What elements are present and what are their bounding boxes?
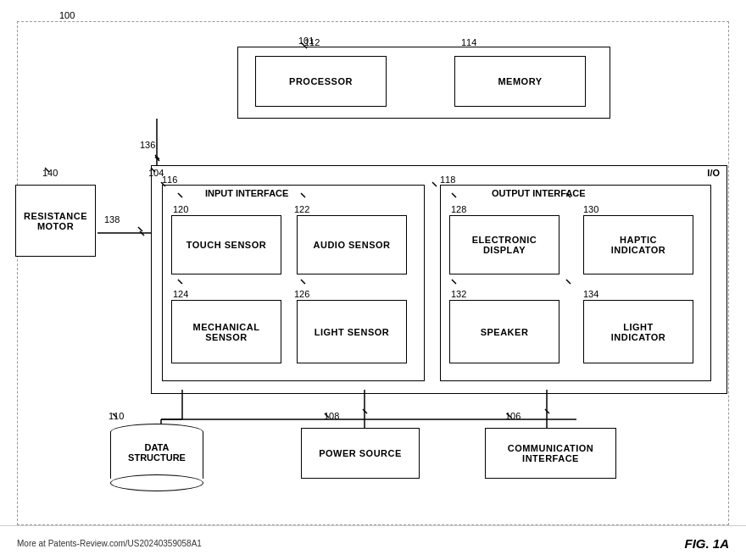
memory-label: MEMORY xyxy=(498,76,542,86)
input-interface-container: INPUT INTERFACE 120 TOUCH SENSOR 122 AUD… xyxy=(162,185,425,381)
touch-sensor-label: TOUCH SENSOR xyxy=(186,240,266,250)
io-label: I/O xyxy=(707,168,720,178)
ref-118: 118 xyxy=(440,175,455,185)
box-resistance-motor: RESISTANCE MOTOR xyxy=(15,185,96,257)
box-light-indicator: LIGHT INDICATOR xyxy=(583,300,693,363)
box-processor: PROCESSOR xyxy=(255,56,387,107)
output-interface-container: OUTPUT INTERFACE 128 ELECTRONIC DISPLAY … xyxy=(440,185,711,381)
box-101: 112 PROCESSOR 114 MEMORY xyxy=(237,47,610,119)
ref-120: 120 xyxy=(173,204,188,214)
light-sensor-label: LIGHT SENSOR xyxy=(315,327,390,337)
speaker-label: SPEAKER xyxy=(481,327,529,337)
audio-sensor-label: AUDIO SENSOR xyxy=(314,240,391,250)
ref-138: 138 xyxy=(104,214,120,225)
ref-110: 110 xyxy=(109,411,124,421)
power-source-label: POWER SOURCE xyxy=(319,448,402,458)
io-container: I/O 116 INPUT INTERFACE 120 TOUCH SENSOR… xyxy=(151,165,727,394)
ref-128: 128 xyxy=(451,204,466,214)
bottom-bar: More at Patents-Review.com/US20240359058… xyxy=(0,525,746,560)
processor-label: PROCESSOR xyxy=(289,76,353,86)
box-communication-interface: COMMUNICATION INTERFACE xyxy=(485,428,616,479)
ref-140: 140 xyxy=(42,168,58,178)
box-mechanical-sensor: MECHANICAL SENSOR xyxy=(171,300,281,363)
ref-124: 124 xyxy=(173,289,188,299)
output-interface-label: OUTPUT INTERFACE xyxy=(492,188,586,198)
resistance-motor-label: RESISTANCE MOTOR xyxy=(24,211,87,231)
ref-112: 112 xyxy=(304,37,320,47)
light-indicator-label: LIGHT INDICATOR xyxy=(611,322,666,342)
mechanical-sensor-label: MECHANICAL SENSOR xyxy=(193,322,260,342)
box-light-sensor: LIGHT SENSOR xyxy=(297,300,407,363)
ref-122: 122 xyxy=(294,204,309,214)
ref-108: 108 xyxy=(324,411,339,421)
ref-106: 106 xyxy=(505,411,521,421)
fig-label: FIG. 1A xyxy=(684,536,729,551)
input-interface-label: INPUT INTERFACE xyxy=(205,188,288,198)
diagram-container: 100 101 112 PROCESSOR 114 MEMORY 104 I/O… xyxy=(0,0,746,525)
box-touch-sensor: TOUCH SENSOR xyxy=(171,215,281,274)
patent-url: More at Patents-Review.com/US20240359058… xyxy=(17,539,202,548)
ref-130: 130 xyxy=(583,204,598,214)
electronic-display-label: ELECTRONIC DISPLAY xyxy=(472,235,537,255)
ref-114: 114 xyxy=(461,37,476,47)
communication-interface-label: COMMUNICATION INTERFACE xyxy=(508,443,594,463)
box-data-structure: DATA STRUCTURE xyxy=(110,424,203,491)
ref-132: 132 xyxy=(451,289,466,299)
ref-134: 134 xyxy=(583,289,598,299)
ref-116: 116 xyxy=(162,175,177,185)
ref-126: 126 xyxy=(294,289,309,299)
box-power-source: POWER SOURCE xyxy=(301,428,420,479)
box-electronic-display: ELECTRONIC DISPLAY xyxy=(449,215,560,274)
box-haptic-indicator: HAPTIC INDICATOR xyxy=(583,215,693,274)
box-speaker: SPEAKER xyxy=(449,300,560,363)
box-audio-sensor: AUDIO SENSOR xyxy=(297,215,407,274)
ref-100: 100 xyxy=(59,10,75,20)
ref-136: 136 xyxy=(140,140,155,150)
data-structure-label: DATA STRUCTURE xyxy=(110,442,203,463)
box-memory: MEMORY xyxy=(454,56,586,107)
haptic-indicator-label: HAPTIC INDICATOR xyxy=(611,235,666,255)
